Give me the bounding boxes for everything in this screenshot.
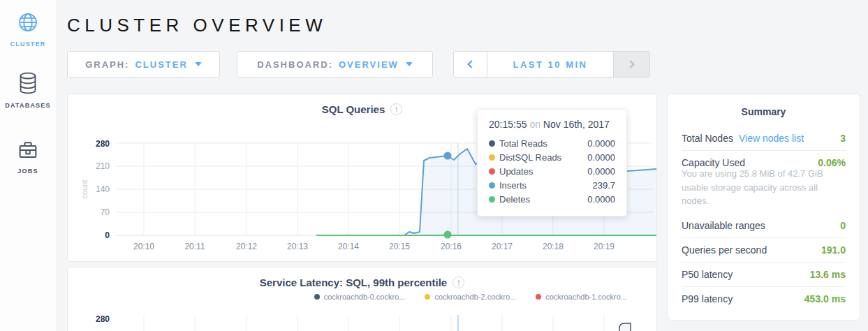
dashboard-dropdown-value: OVERVIEW	[339, 59, 399, 70]
graph-dropdown-label: GRAPH:	[85, 59, 129, 70]
x-tick: 20:10	[133, 242, 154, 251]
x-tick: 20:15	[389, 242, 410, 251]
x-tick: 20:18	[543, 242, 564, 251]
y-tick: 280	[96, 314, 110, 324]
y-tick: 140	[96, 184, 110, 194]
summary-title: Summary	[682, 106, 846, 117]
x-tick: 20:14	[338, 242, 359, 251]
unavailable-ranges-value: 0	[840, 220, 846, 231]
page-title: CLUSTER OVERVIEW	[67, 15, 860, 36]
caret-down-icon	[195, 62, 202, 66]
chart-title: SQL Queries	[322, 103, 385, 115]
x-tick: 20:16	[441, 242, 462, 251]
total-nodes-value: 3	[840, 133, 846, 144]
content-row: 280 210 140 70 0 count 20:10 20:11 20:12…	[67, 94, 860, 331]
series-dot-deletes	[489, 196, 495, 203]
time-window-selector: LAST 10 MIN	[453, 51, 650, 78]
y-tick: 0	[105, 230, 110, 240]
main-content: CLUSTER OVERVIEW GRAPH: CLUSTER DASHBOAR…	[56, 0, 868, 331]
capacity-caption: You are using 25.8 MiB of 42.7 GiB usabl…	[682, 167, 846, 214]
latency-spike-line	[619, 323, 631, 331]
sql-queries-chart-card: 280 210 140 70 0 count 20:10 20:11 20:12…	[67, 94, 657, 262]
service-latency-chart[interactable]: 280	[68, 267, 656, 331]
x-tick: 20:19	[594, 242, 615, 251]
chevron-right-icon	[626, 60, 634, 68]
x-tick: 20:17	[492, 242, 513, 251]
x-tick: 20:11	[184, 242, 205, 251]
deletes-hover-point	[444, 231, 452, 239]
dashboard-dropdown[interactable]: DASHBOARD: OVERVIEW	[237, 51, 433, 78]
series-dot-updates	[489, 168, 495, 175]
sidebar-item-label: JOBS	[17, 168, 38, 175]
graph-dropdown[interactable]: GRAPH: CLUSTER	[67, 51, 220, 78]
time-window-next-button[interactable]	[613, 52, 649, 77]
info-icon[interactable]: !	[390, 103, 402, 115]
time-window-prev-button[interactable]	[454, 52, 487, 77]
dashboard-dropdown-label: DASHBOARD:	[257, 59, 333, 70]
service-latency-chart-card: Service Latency: SQL, 99th percentile ! …	[67, 267, 657, 331]
view-nodes-list-link[interactable]: View nodes list	[739, 133, 804, 144]
p99-value: 453.0 ms	[804, 293, 846, 304]
globe-icon	[17, 11, 39, 36]
sidebar-item-label: CLUSTER	[10, 41, 46, 47]
sidebar-item-label: DATABASES	[5, 102, 50, 109]
y-tick: 280	[96, 139, 110, 149]
chevron-left-icon	[467, 60, 475, 68]
tooltip-row: DistSQL Reads0.0000	[489, 150, 615, 164]
chart-hover-tooltip: 20:15:55 on Nov 16th, 2017 Total Reads0.…	[477, 109, 627, 216]
tooltip-row: Deletes0.0000	[489, 192, 615, 206]
sidebar-item-jobs[interactable]: JOBS	[0, 109, 56, 175]
tooltip-row: Updates0.0000	[489, 164, 615, 178]
tooltip-timestamp: 20:15:55 on Nov 16th, 2017	[489, 119, 615, 130]
summary-row-p99: P99 latency 453.0 ms	[682, 287, 846, 311]
graph-dropdown-value: CLUSTER	[135, 59, 187, 70]
charts-column: 280 210 140 70 0 count 20:10 20:11 20:12…	[67, 94, 657, 331]
series-dot-total-reads	[489, 140, 495, 147]
time-window-label[interactable]: LAST 10 MIN	[487, 52, 613, 77]
caret-down-icon	[406, 62, 413, 66]
y-tick: 70	[101, 207, 110, 217]
sidebar: CLUSTER DATABASES JOBS	[0, 0, 56, 331]
series-dot-inserts	[489, 182, 495, 189]
p50-value: 13.6 ms	[810, 269, 846, 280]
summary-row-unavailable-ranges: Unavailable ranges 0	[682, 214, 846, 237]
inserts-hover-point	[444, 152, 452, 160]
summary-row-total-nodes: Total Nodes View nodes list 3	[682, 126, 846, 150]
tooltip-row: Total Reads0.0000	[489, 136, 615, 150]
x-tick: 20:13	[287, 242, 308, 251]
briefcase-icon	[17, 140, 39, 163]
controls-bar: GRAPH: CLUSTER DASHBOARD: OVERVIEW LAST …	[67, 51, 860, 78]
tooltip-row: Inserts239.7	[489, 178, 615, 192]
qps-value: 191.0	[821, 244, 846, 256]
y-axis-label: count	[80, 180, 89, 199]
summary-panel: Summary Total Nodes View nodes list 3 Ca…	[667, 94, 860, 321]
x-tick: 20:12	[236, 242, 257, 251]
sidebar-item-cluster[interactable]: CLUSTER	[0, 0, 56, 47]
summary-row-p50: P50 latency 13.6 ms	[682, 263, 846, 286]
summary-row-qps: Queries per second 191.0	[682, 238, 846, 262]
series-dot-distsql-reads	[489, 154, 495, 161]
sidebar-item-databases[interactable]: DATABASES	[0, 47, 56, 109]
database-icon	[17, 71, 39, 98]
y-tick: 210	[96, 161, 110, 171]
